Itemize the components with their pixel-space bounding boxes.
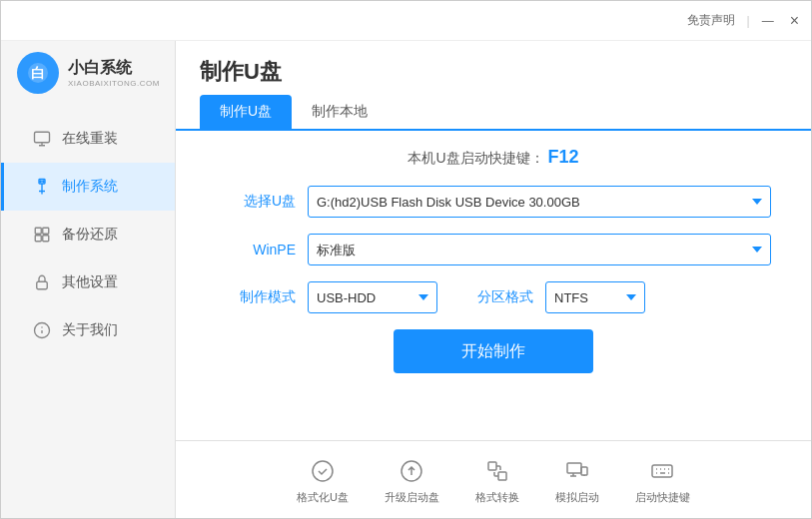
usb-select-wrapper: G:(hd2)USB Flash Disk USB Device 30.00GB xyxy=(308,186,771,218)
desktop-icon xyxy=(562,456,592,486)
hotkey-prefix: 本机U盘启动快捷键： xyxy=(407,150,543,166)
sidebar-item-online-reinstall[interactable]: 在线重装 xyxy=(1,115,175,163)
toolbar-item-format-convert[interactable]: 格式转换 xyxy=(475,456,519,505)
lock-icon xyxy=(32,272,52,292)
toolbar-label-simulate-boot: 模拟启动 xyxy=(555,490,599,505)
content-area: 制作U盘 制作U盘 制作本地 本机U盘启动快捷键： F12 选择U盘 G:(hd… xyxy=(176,41,811,519)
minimize-btn[interactable]: — xyxy=(762,14,774,28)
check-circle-icon xyxy=(308,456,338,486)
tabs-bar: 制作U盘 制作本地 xyxy=(176,95,811,131)
sidebar-label-about-us: 关于我们 xyxy=(62,321,118,339)
partition-select[interactable]: NTFSFAT32exFAT xyxy=(545,281,645,313)
hotkey-hint: 本机U盘启动快捷键： F12 xyxy=(216,147,771,168)
winpe-label: WinPE xyxy=(216,242,296,258)
usb-icon xyxy=(32,177,52,197)
svg-rect-3 xyxy=(35,132,50,143)
mode-select[interactable]: USB-HDDUSB-ZIPUSB-FDD xyxy=(308,281,437,313)
sidebar-label-backup-restore: 备份还原 xyxy=(62,226,118,244)
winpe-select-row: WinPE 标准版专业版精简版 xyxy=(216,234,771,265)
hotkey-value: F12 xyxy=(547,147,578,167)
svg-rect-19 xyxy=(567,463,581,473)
logo-area: 白 小白系统 XIAOBAIXITONG.COM xyxy=(6,51,170,95)
toolbar-label-upgrade-boot: 升级启动盘 xyxy=(385,490,439,505)
sidebar: 白 小白系统 XIAOBAIXITONG.COM 在线重装 xyxy=(1,41,176,519)
svg-rect-11 xyxy=(37,281,48,289)
svg-rect-20 xyxy=(581,467,587,475)
winpe-select-wrapper: 标准版专业版精简版 xyxy=(308,234,771,265)
winpe-select[interactable]: 标准版专业版精简版 xyxy=(308,234,771,265)
info-icon xyxy=(32,320,52,340)
svg-point-15 xyxy=(313,461,333,481)
svg-rect-17 xyxy=(488,462,496,470)
monitor-icon xyxy=(32,129,52,149)
svg-text:白: 白 xyxy=(31,65,45,81)
start-button[interactable]: 开始制作 xyxy=(394,329,593,373)
toolbar-label-format-usb: 格式化U盘 xyxy=(297,490,349,505)
grid-icon xyxy=(32,225,52,245)
svg-rect-21 xyxy=(652,465,672,477)
toolbar-item-upgrade-boot[interactable]: 升级启动盘 xyxy=(385,456,439,505)
tab-make-usb[interactable]: 制作U盘 xyxy=(200,95,292,129)
svg-point-5 xyxy=(40,181,42,183)
svg-rect-18 xyxy=(498,472,506,480)
toolbar-item-boot-shortcut[interactable]: 启动快捷键 xyxy=(635,456,690,505)
sidebar-item-about-us[interactable]: 关于我们 xyxy=(1,306,175,354)
svg-rect-7 xyxy=(35,228,41,234)
logo-text: 小白系统 xyxy=(68,58,160,79)
convert-icon xyxy=(482,456,512,486)
main-layout: 白 小白系统 XIAOBAIXITONG.COM 在线重装 xyxy=(1,41,811,519)
usb-select[interactable]: G:(hd2)USB Flash Disk USB Device 30.00GB xyxy=(308,186,771,218)
usb-label: 选择U盘 xyxy=(216,193,296,211)
svg-point-6 xyxy=(43,181,45,183)
mode-partition-row: 制作模式 USB-HDDUSB-ZIPUSB-FDD 分区格式 NTFSFAT3… xyxy=(216,281,771,313)
usb-select-row: 选择U盘 G:(hd2)USB Flash Disk USB Device 30… xyxy=(216,186,771,218)
logo-sub: XIAOBAIXITONG.COM xyxy=(68,79,160,88)
svg-rect-10 xyxy=(43,236,49,242)
sidebar-label-other-settings: 其他设置 xyxy=(62,273,118,291)
toolbar-label-format-convert: 格式转换 xyxy=(475,490,519,505)
mode-label: 制作模式 xyxy=(216,288,296,306)
title-bar: 免责声明 | — × xyxy=(1,1,811,41)
toolbar-item-simulate-boot[interactable]: 模拟启动 xyxy=(555,456,599,505)
sidebar-item-make-system[interactable]: 制作系统 xyxy=(1,163,175,211)
arrow-up-circle-icon xyxy=(397,456,426,486)
tab-make-local[interactable]: 制作本地 xyxy=(292,95,388,129)
toolbar-label-boot-shortcut: 启动快捷键 xyxy=(635,490,690,505)
title-bar-links: 免责声明 | — × xyxy=(687,12,799,30)
divider: | xyxy=(747,14,750,28)
bottom-toolbar: 格式化U盘 升级启动盘 xyxy=(176,440,811,519)
logo-icon: 白 xyxy=(16,51,60,95)
partition-label: 分区格式 xyxy=(453,288,533,306)
sidebar-label-online-reinstall: 在线重装 xyxy=(62,130,118,148)
sidebar-label-make-system: 制作系统 xyxy=(62,178,118,196)
sidebar-item-other-settings[interactable]: 其他设置 xyxy=(1,259,175,306)
disclaimer-link[interactable]: 免责声明 xyxy=(687,12,735,29)
main-panel: 本机U盘启动快捷键： F12 选择U盘 G:(hd2)USB Flash Dis… xyxy=(176,131,811,440)
logo-text-area: 小白系统 XIAOBAIXITONG.COM xyxy=(68,58,160,88)
close-btn[interactable]: × xyxy=(790,12,799,30)
keyboard-icon xyxy=(647,456,677,486)
toolbar-item-format-usb[interactable]: 格式化U盘 xyxy=(297,456,349,505)
svg-rect-8 xyxy=(43,228,49,234)
svg-rect-9 xyxy=(35,236,41,242)
sidebar-item-backup-restore[interactable]: 备份还原 xyxy=(1,211,175,259)
page-title: 制作U盘 xyxy=(176,41,811,87)
